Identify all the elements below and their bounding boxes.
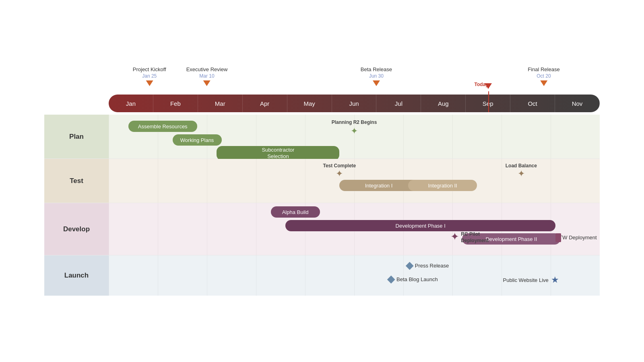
month-may: May — [287, 95, 332, 112]
milestone-label: Executive Review — [186, 66, 228, 72]
milestone-date: Oct 20 — [537, 73, 551, 79]
milestone-label: Final Release — [528, 66, 560, 72]
month-feb: Feb — [153, 95, 198, 112]
rtw-box-icon — [555, 233, 561, 242]
bar-integration-ii: Integration II — [408, 180, 477, 191]
month-bar: Jan Feb Mar Apr May Jun Jul Aug Sep Oct … — [109, 95, 600, 112]
milestone-date: Jun 30 — [369, 73, 384, 79]
milestone-arrow-icon — [203, 80, 211, 86]
press-release-diamond-icon — [406, 262, 414, 270]
lane-launch-label: Launch — [44, 255, 109, 296]
today-line — [488, 91, 489, 112]
beta-blog-diamond-icon — [387, 276, 395, 284]
star-rc-pilot: ✦ RC PilotDeployment — [450, 230, 489, 244]
milestone-today: Today — [485, 82, 492, 89]
launch-beta-blog: Beta Blog Launch — [388, 276, 438, 282]
lane-test-label: Test — [44, 159, 109, 203]
rc-pilot-star-icon: ✦ — [450, 230, 459, 243]
milestone-date: Jan 25 — [142, 73, 157, 79]
milestone-label: Beta Release — [361, 66, 392, 72]
lane-launch: Launch Press Release Beta Blog Launch Pu… — [44, 255, 600, 296]
launch-press-release: Press Release — [407, 263, 449, 269]
star-test-complete: Test Complete ✦ — [323, 162, 356, 179]
bar-working-plans: Working Plans — [173, 134, 222, 146]
public-website-star-icon: ★ — [551, 275, 559, 285]
milestone-project-kickoff: Project Kickoff Jan 25 — [133, 66, 166, 86]
load-balance-star-icon: ✦ — [518, 169, 525, 179]
month-oct: Oct — [510, 95, 555, 112]
launch-public-website: Public Website Live ★ — [503, 275, 559, 285]
bar-alpha-build: Alpha Build — [271, 206, 320, 218]
star-planning-r2: Planning R2 Begins ✦ — [332, 119, 377, 136]
lane-plan: Plan Assemble Resources Working Plans Su… — [44, 115, 600, 159]
month-aug: Aug — [421, 95, 466, 112]
month-nov: Nov — [555, 95, 600, 112]
milestones-row: Project Kickoff Jan 25 Executive Review … — [109, 66, 600, 95]
month-jan: Jan — [109, 95, 153, 112]
bar-assemble-resources: Assemble Resources — [128, 121, 197, 132]
milestone-executive-review: Executive Review Mar 10 — [186, 66, 228, 86]
bar-integration-i: Integration I — [339, 180, 418, 191]
lane-test-content: Test Complete ✦ Integration I Integratio… — [109, 159, 600, 203]
gantt-chart: Project Kickoff Jan 25 Executive Review … — [44, 66, 600, 296]
today-label: Today — [475, 82, 488, 87]
lane-plan-label: Plan — [44, 115, 109, 158]
milestone-date: Mar 10 — [199, 73, 214, 79]
milestone-arrow-icon — [373, 80, 380, 86]
bar-dev-phase-i: Development Phase I — [285, 220, 555, 231]
month-apr: Apr — [243, 95, 287, 112]
rtw-deployment: RTW Deployment — [555, 234, 597, 241]
milestone-label: Project Kickoff — [133, 66, 166, 72]
test-complete-star-icon: ✦ — [336, 169, 343, 179]
lane-develop-content: Alpha Build Development Phase I Developm… — [109, 203, 600, 255]
month-jun: Jun — [332, 95, 377, 112]
lane-develop: Develop Alpha Build Development Phase I … — [44, 203, 600, 255]
lane-test: Test Test Complete ✦ Integration I Integ… — [44, 159, 600, 203]
milestone-arrow-icon — [540, 80, 547, 86]
lane-launch-content: Press Release Beta Blog Launch Public We… — [109, 255, 600, 296]
milestone-beta-release: Beta Release Jun 30 — [361, 66, 392, 86]
star-load-balance: Load Balance ✦ — [506, 162, 537, 179]
lane-develop-label: Develop — [44, 203, 109, 255]
swim-lanes: Plan Assemble Resources Working Plans Su… — [44, 115, 600, 296]
milestone-arrow-icon — [146, 80, 153, 86]
milestone-final-release: Final Release Oct 20 — [528, 66, 560, 86]
lane-plan-content: Assemble Resources Working Plans Subcont… — [109, 115, 600, 158]
month-jul: Jul — [376, 95, 421, 112]
planning-r2-star-icon: ✦ — [351, 126, 358, 136]
month-mar: Mar — [198, 95, 243, 112]
bar-subcontractor-selection: SubcontractorSelection — [217, 146, 339, 160]
